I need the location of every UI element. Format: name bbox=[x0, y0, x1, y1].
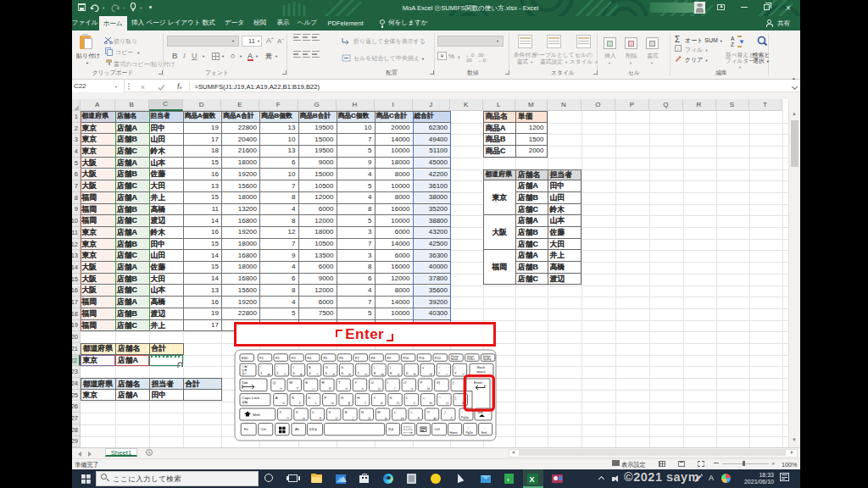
svg-text:あ: あ bbox=[300, 373, 303, 376]
svg-text:SysRq: SysRq bbox=[483, 358, 492, 361]
svg-text:ほ: ほ bbox=[430, 373, 433, 376]
svg-text:O: O bbox=[403, 380, 407, 385]
svg-text:F7: F7 bbox=[355, 356, 359, 360]
svg-text:け: け bbox=[446, 402, 449, 405]
svg-text:H: H bbox=[357, 396, 359, 400]
svg-text:な: な bbox=[378, 387, 381, 391]
svg-text:Q: Q bbox=[273, 380, 276, 385]
svg-text:A: A bbox=[275, 396, 278, 400]
svg-text:英数: 英数 bbox=[242, 401, 248, 404]
svg-text:F9: F9 bbox=[387, 356, 392, 360]
svg-text:Fn: Fn bbox=[244, 427, 249, 431]
svg-text:]: ] bbox=[455, 396, 456, 400]
svg-text:F2: F2 bbox=[275, 356, 280, 360]
svg-text:ローマ字: ローマ字 bbox=[403, 431, 414, 435]
svg-text:→: → bbox=[482, 425, 487, 430]
svg-text:無変換: 無変換 bbox=[309, 428, 318, 431]
svg-text:゛: ゛ bbox=[443, 387, 447, 391]
svg-text:わ: わ bbox=[413, 373, 416, 376]
svg-text:ゆ: ゆ bbox=[381, 373, 384, 376]
svg-text:ESC: ESC bbox=[242, 356, 248, 360]
svg-text:P: P bbox=[420, 380, 422, 385]
svg-text:|: | bbox=[454, 366, 455, 369]
svg-text:は: は bbox=[331, 402, 335, 405]
svg-text:ま: ま bbox=[381, 402, 384, 405]
svg-text:F12: F12 bbox=[435, 356, 442, 360]
svg-text:ひ: ひ bbox=[335, 417, 338, 420]
svg-text:F6: F6 bbox=[339, 356, 343, 360]
svg-text:T: T bbox=[338, 380, 341, 385]
svg-text:F11: F11 bbox=[419, 356, 425, 360]
svg-text:の: の bbox=[397, 402, 400, 405]
svg-text:漢字: 漢字 bbox=[242, 372, 248, 375]
svg-text:K: K bbox=[390, 396, 392, 400]
svg-text:M: M bbox=[377, 410, 380, 414]
svg-text:V: V bbox=[328, 410, 331, 414]
svg-text:か: か bbox=[345, 387, 348, 391]
svg-text:゜: ゜ bbox=[459, 387, 463, 391]
svg-text:さ: さ bbox=[303, 417, 306, 420]
svg-text:N: N bbox=[361, 410, 364, 414]
svg-text:ち: ち bbox=[282, 402, 286, 405]
svg-text:Shift: Shift bbox=[253, 413, 261, 417]
svg-text:Home: Home bbox=[450, 431, 458, 435]
svg-text:PgUp: PgUp bbox=[461, 416, 469, 419]
svg-text:し: し bbox=[314, 401, 318, 405]
svg-text:変換: 変換 bbox=[388, 428, 393, 431]
svg-text:F8: F8 bbox=[371, 356, 376, 360]
svg-text:ふ: ふ bbox=[283, 373, 287, 376]
svg-text:Y: Y bbox=[354, 380, 357, 385]
svg-text:<,: <, bbox=[394, 410, 397, 414]
svg-text:E: E bbox=[305, 380, 308, 385]
svg-text:F3: F3 bbox=[292, 356, 296, 360]
svg-text:つ: つ bbox=[287, 417, 290, 420]
svg-text:よ: よ bbox=[397, 373, 400, 376]
svg-text:space: space bbox=[476, 369, 486, 374]
svg-text:る: る bbox=[417, 417, 420, 420]
svg-text:Enter: Enter bbox=[474, 380, 483, 385]
svg-text:X: X bbox=[296, 410, 298, 414]
svg-text:せ: せ bbox=[426, 387, 430, 391]
svg-text:す: す bbox=[329, 387, 332, 391]
svg-text:F: F bbox=[325, 396, 327, 400]
svg-text:う: う bbox=[316, 373, 320, 376]
svg-text:ん: ん bbox=[361, 387, 364, 391]
svg-text:こ: こ bbox=[352, 417, 355, 420]
svg-text:>.: >. bbox=[410, 410, 413, 414]
svg-text:I: I bbox=[387, 380, 388, 385]
svg-text:↑: ↑ bbox=[462, 411, 464, 414]
svg-text:み: み bbox=[368, 417, 371, 420]
svg-text:!: ! bbox=[260, 366, 261, 369]
svg-text:め: め bbox=[433, 417, 437, 420]
svg-text:へ: へ bbox=[446, 373, 449, 376]
svg-text:や: や bbox=[364, 373, 368, 376]
svg-text:そ: そ bbox=[319, 417, 322, 420]
svg-text:ね: ね bbox=[401, 417, 404, 420]
svg-text:↓: ↓ bbox=[467, 425, 469, 430]
svg-text:て: て bbox=[296, 387, 299, 391]
svg-text:Caps Lock: Caps Lock bbox=[242, 396, 261, 400]
svg-text:End: End bbox=[481, 431, 487, 435]
svg-text:れ: れ bbox=[429, 401, 432, 405]
svg-text:F5: F5 bbox=[323, 356, 327, 360]
svg-text:に: に bbox=[394, 387, 398, 391]
svg-text:Tab: Tab bbox=[242, 380, 248, 385]
svg-text:F4: F4 bbox=[308, 356, 312, 360]
svg-text:え: え bbox=[332, 373, 336, 376]
svg-text:り: り bbox=[413, 402, 416, 405]
svg-text:も: も bbox=[384, 417, 387, 420]
svg-text:ー: ー bbox=[462, 373, 465, 376]
svg-text:PgDn: PgDn bbox=[466, 431, 474, 435]
svg-text:く: く bbox=[364, 402, 367, 405]
svg-text:D: D bbox=[308, 396, 310, 400]
svg-text:J: J bbox=[374, 396, 376, 400]
svg-text:@: @ bbox=[437, 380, 441, 385]
svg-text:R: R bbox=[322, 380, 325, 385]
svg-text:と: と bbox=[298, 401, 302, 405]
svg-text:+;: +; bbox=[422, 396, 426, 400]
svg-text:ら: ら bbox=[410, 387, 414, 391]
svg-text:←: ← bbox=[452, 425, 456, 430]
svg-text:C: C bbox=[312, 410, 314, 414]
svg-text:B: B bbox=[345, 410, 348, 414]
svg-text:お: お bbox=[348, 373, 352, 376]
